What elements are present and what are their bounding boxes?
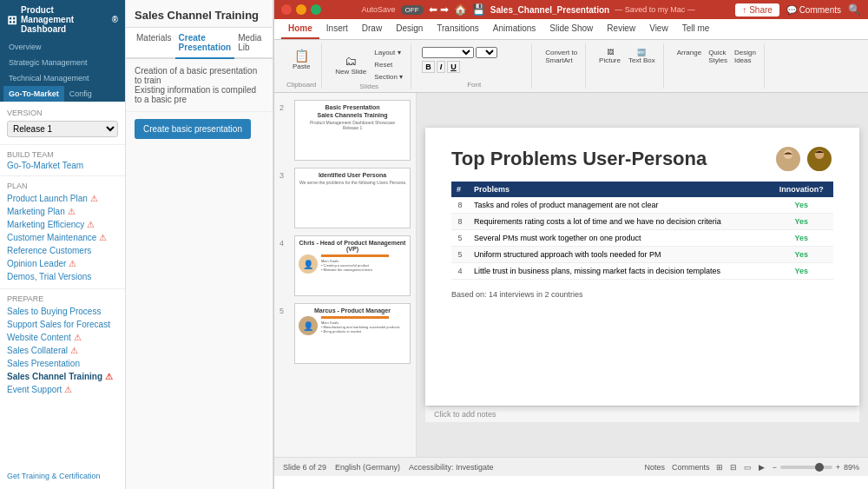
italic-button[interactable]: I: [437, 61, 446, 73]
quick-styles-button[interactable]: QuickStyles: [706, 47, 730, 66]
view-reading-icon[interactable]: ▭: [744, 463, 752, 472]
font-family-select[interactable]: [422, 47, 474, 58]
ppt-window: AutoSave OFF ⬅ ➡ 🏠 💾 Sales_Channel_Prese…: [273, 0, 868, 489]
paste-button[interactable]: 📋 Paste: [290, 47, 312, 72]
tab-media-lib[interactable]: Media Lib: [234, 28, 266, 57]
ribbon-group-clipboard: 📋 Paste Clipboard: [281, 43, 322, 89]
window-close-button[interactable]: [281, 4, 292, 15]
footer-link[interactable]: Get Training & Certification: [7, 472, 101, 480]
font-size-select[interactable]: [476, 47, 497, 58]
convert-to-smartart-button[interactable]: Convert toSmartArt: [542, 47, 580, 66]
slide-canvas: Top Problems User-Persona: [425, 128, 859, 406]
nav-overview[interactable]: Overview: [3, 39, 47, 55]
slide-preview-5[interactable]: Marcus - Product Manager 👤 Main Goals• M…: [294, 303, 411, 364]
arrange-button[interactable]: Arrange: [674, 47, 704, 66]
ribbon-tab-transitions[interactable]: Transitions: [430, 19, 486, 39]
prepare-item-presentation[interactable]: Sales Presentation: [7, 357, 118, 370]
plan-item-demos[interactable]: Demos, Trial Versions: [7, 270, 118, 283]
slide-preview-2[interactable]: Basic Presentation Sales Channels Traini…: [294, 100, 411, 161]
ppt-body: 2 Basic Presentation Sales Channels Trai…: [274, 93, 868, 457]
plan-item-product-launch[interactable]: Product Launch Plan ⚠: [7, 192, 118, 205]
col-problems: Problems: [469, 182, 769, 197]
middle-panel: Sales Channel Training Materials Create …: [126, 0, 273, 489]
ribbon-tab-draw[interactable]: Draw: [355, 19, 389, 39]
slide-footer: Based on: 14 interviews in 2 countries: [451, 290, 833, 299]
slide-preview-4[interactable]: Chris - Head of Product Management (VP) …: [294, 235, 411, 296]
panel-title: Sales Channel Training: [126, 0, 273, 28]
prepare-item-sales-buying[interactable]: Sales to Buying Process: [7, 305, 118, 318]
ppt-saved-info: — Saved to my Mac —: [615, 5, 695, 14]
ribbon-tab-home[interactable]: Home: [281, 19, 319, 39]
comments-button[interactable]: 💬 Comments: [786, 5, 841, 15]
zoom-in-button[interactable]: +: [836, 463, 840, 472]
slide-num-3: 3: [279, 171, 290, 180]
nav-config[interactable]: Config: [64, 86, 97, 102]
ribbon-tab-insert[interactable]: Insert: [319, 19, 355, 39]
design-ideas-button[interactable]: DesignIdeas: [732, 47, 759, 66]
view-normal-icon[interactable]: ⊞: [716, 463, 723, 472]
bold-button[interactable]: B: [422, 61, 435, 73]
ribbon-tab-view[interactable]: View: [642, 19, 675, 39]
ribbon-tools: 📋 Paste Clipboard 🗂 New Slide Layout ▾ R…: [274, 40, 868, 92]
layout-button[interactable]: Layout ▾: [372, 47, 405, 58]
ribbon-tab-animations[interactable]: Animations: [486, 19, 542, 39]
tab-materials[interactable]: Materials: [133, 28, 175, 57]
plan-item-marketing-eff[interactable]: Marketing Efficiency ⚠: [7, 218, 118, 231]
accessibility-button[interactable]: Accessibility: Investigate: [409, 463, 494, 472]
prepare-item-event[interactable]: Event Support ⚠: [7, 383, 118, 396]
zoom-slider[interactable]: [780, 466, 832, 469]
comments-toggle[interactable]: Comments: [672, 463, 710, 472]
share-button[interactable]: ↑ Share: [735, 3, 779, 17]
plan-item-reference[interactable]: Reference Customers: [7, 244, 118, 257]
notes-bar[interactable]: Click to add notes: [425, 406, 859, 422]
row-3-num: 5: [451, 230, 469, 247]
slide-preview-3[interactable]: Identified User Persona We serve the pro…: [294, 168, 411, 228]
nav-goto-market[interactable]: Go-To-Market: [3, 86, 64, 102]
version-section: VERSION Release 1: [0, 102, 125, 145]
slide-2-title: Basic Presentation: [299, 104, 406, 110]
plan-item-opinion[interactable]: Opinion Leader ⚠: [7, 257, 118, 270]
window-maximize-button[interactable]: [311, 4, 321, 15]
picture-button[interactable]: 🖼 Picture: [596, 47, 623, 66]
row-2-problem: Requirements rating costs a lot of time …: [469, 214, 769, 230]
slide-header: Top Problems User-Persona: [451, 145, 833, 173]
ribbon-tab-tellme[interactable]: Tell me: [675, 19, 717, 39]
prepare-item-website[interactable]: Website Content ⚠: [7, 331, 118, 344]
ribbon-tab-review[interactable]: Review: [600, 19, 642, 39]
new-slide-button[interactable]: 🗂 New Slide: [332, 52, 369, 77]
version-select[interactable]: Release 1: [7, 121, 118, 137]
plan-item-customer[interactable]: Customer Maintenance ⚠: [7, 231, 118, 244]
window-minimize-button[interactable]: [296, 4, 306, 15]
nav-strategic[interactable]: Strategic Management: [3, 55, 93, 70]
notes-toggle[interactable]: Notes: [644, 463, 665, 472]
prepare-item-channel-training[interactable]: Sales Channel Training ⚠: [7, 370, 118, 383]
tab-create-presentation[interactable]: Create Presentation: [175, 28, 235, 59]
avatar-man: [806, 145, 833, 173]
slide-thumb-5[interactable]: 5 Marcus - Product Manager 👤 Main Goals•…: [279, 303, 411, 364]
warn-icon: ⚠: [99, 233, 107, 242]
build-section: BUILD TEAM Go-To-Market Team: [0, 145, 125, 176]
text-box-button[interactable]: 🔤 Text Box: [626, 47, 658, 66]
view-grid-icon[interactable]: ⊟: [730, 463, 737, 472]
slide-thumb-3[interactable]: 3 Identified User Persona We serve the p…: [279, 168, 411, 228]
autosave-toggle[interactable]: OFF: [401, 5, 424, 15]
version-label: VERSION: [7, 109, 118, 117]
create-presentation-button[interactable]: Create basic presentation: [135, 119, 251, 139]
reset-button[interactable]: Reset: [372, 59, 405, 70]
view-slideshow-icon[interactable]: ▶: [759, 463, 765, 472]
search-icon[interactable]: 🔍: [848, 3, 861, 16]
ribbon-tab-slideshow[interactable]: Slide Show: [542, 19, 600, 39]
warn-icon: ⚠: [87, 220, 95, 229]
plan-item-marketing[interactable]: Marketing Plan ⚠: [7, 205, 118, 218]
ribbon-tab-design[interactable]: Design: [389, 19, 430, 39]
slide-thumb-4[interactable]: 4 Chris - Head of Product Management (VP…: [279, 235, 411, 296]
prepare-item-support-sales[interactable]: Support Sales for Forecast: [7, 318, 118, 331]
section-button[interactable]: Section ▾: [372, 71, 405, 83]
prepare-item-collateral[interactable]: Sales Collateral ⚠: [7, 344, 118, 357]
slide-thumb-2[interactable]: 2 Basic Presentation Sales Channels Trai…: [279, 100, 411, 161]
nav-technical[interactable]: Technical Management: [3, 70, 95, 86]
zoom-out-button[interactable]: −: [772, 463, 776, 472]
underline-button[interactable]: U: [447, 61, 460, 73]
share-label: Share: [749, 5, 773, 15]
col-num: #: [451, 182, 469, 197]
